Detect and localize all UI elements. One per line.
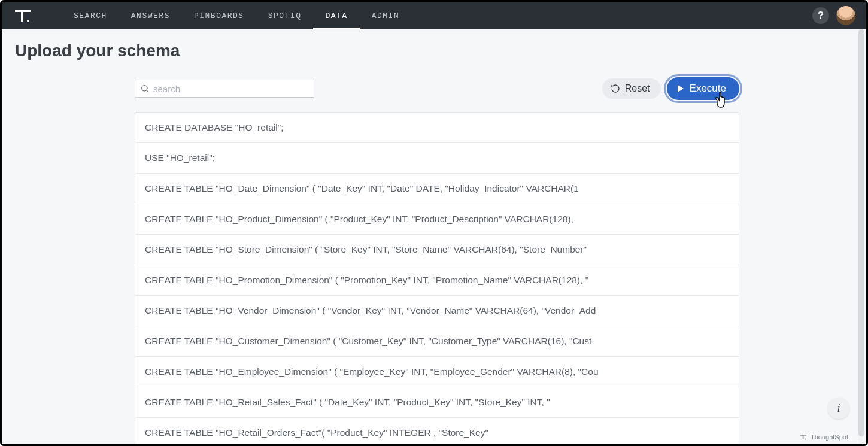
footer-brand: ThoughtSpot [800, 433, 848, 441]
nav-tab-answers[interactable]: ANSWERS [119, 2, 182, 29]
nav-tab-search[interactable]: SEARCH [62, 2, 119, 29]
sql-row[interactable]: CREATE TABLE "HO_Product_Dimension" ( "P… [135, 204, 739, 235]
svg-point-2 [27, 20, 29, 22]
svg-rect-7 [803, 435, 804, 439]
sql-row[interactable]: CREATE DATABASE "HO_retail"; [135, 113, 739, 143]
info-icon[interactable]: i [828, 398, 849, 419]
sql-row[interactable]: CREATE TABLE "HO_Promotion_Dimension" ( … [135, 265, 739, 296]
sql-row[interactable]: CREATE TABLE "HO_Store_Dimension" ( "Sto… [135, 235, 739, 265]
nav-tab-data[interactable]: DATA [313, 2, 359, 29]
svg-marker-5 [678, 85, 684, 92]
svg-rect-1 [21, 10, 23, 22]
reset-icon [611, 84, 620, 93]
search-input[interactable] [153, 84, 309, 94]
help-icon[interactable]: ? [812, 7, 829, 24]
search-field-wrap[interactable] [135, 80, 314, 98]
sql-statement-list: CREATE DATABASE "HO_retail";USE "HO_reta… [135, 112, 739, 444]
sql-row[interactable]: CREATE TABLE "HO_Employee_Dimension" ( "… [135, 357, 739, 387]
search-icon [140, 84, 150, 93]
footer-brand-label: ThoughtSpot [811, 433, 848, 441]
sql-row[interactable]: USE "HO_retail"; [135, 143, 739, 174]
reset-button[interactable]: Reset [602, 78, 661, 99]
sql-row[interactable]: CREATE TABLE "HO_Date_Dimension" ( "Date… [135, 174, 739, 204]
toolbar: Reset Execute [135, 77, 739, 100]
svg-line-4 [147, 90, 148, 92]
reset-button-label: Reset [625, 83, 650, 94]
sql-row[interactable]: CREATE TABLE "HO_Retail_Sales_Fact" ( "D… [135, 387, 739, 418]
nav-tab-pinboards[interactable]: PINBOARDS [182, 2, 256, 29]
sql-row[interactable]: CREATE TABLE "HO_Customer_Dimension" ( "… [135, 326, 739, 357]
execute-button[interactable]: Execute [667, 77, 739, 100]
nav-tabs: SEARCHANSWERSPINBOARDSSPOTIQDATAADMIN [62, 2, 411, 29]
footer-logo-icon [800, 433, 807, 441]
top-nav: SEARCHANSWERSPINBOARDSSPOTIQDATAADMIN ? [2, 2, 866, 29]
sql-row[interactable]: CREATE TABLE "HO_Vendor_Dimension" ( "Ve… [135, 296, 739, 326]
logo-icon [14, 7, 32, 24]
play-icon [678, 85, 684, 92]
avatar[interactable] [836, 6, 855, 25]
nav-tab-admin[interactable]: ADMIN [360, 2, 412, 29]
page-title: Upload your schema [15, 41, 853, 60]
app-logo[interactable] [8, 2, 38, 29]
nav-tab-spotiq[interactable]: SPOTIQ [256, 2, 314, 29]
svg-point-8 [805, 439, 806, 440]
sql-row[interactable]: CREATE TABLE "HO_Retail_Orders_Fact"( "P… [135, 418, 739, 444]
svg-point-3 [142, 86, 147, 91]
execute-button-label: Execute [690, 83, 726, 95]
